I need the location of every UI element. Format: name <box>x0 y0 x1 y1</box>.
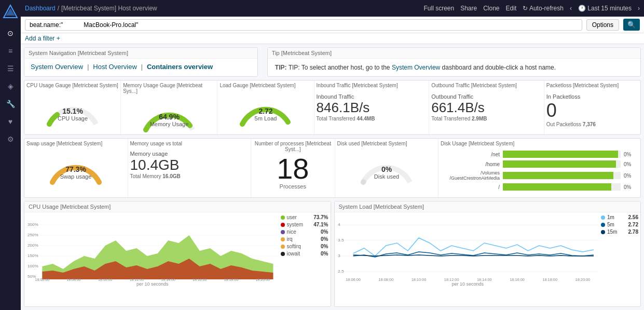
disk-usage-cell: Disk Usage [Metricbeat System] /net 0% /… <box>439 139 640 197</box>
packetloss-out: Out Packetloss 7,376 <box>546 122 638 127</box>
memory-gauge: Memory Usage 64.9% <box>123 96 215 132</box>
packetloss-in-label: In Packetloss <box>546 93 638 100</box>
processes-value: 18 <box>253 154 332 183</box>
disk-usage-title: Disk Usage [Metricbeat System] <box>441 141 638 146</box>
memory-usage-label: Memory usage <box>130 151 249 157</box>
memory-usage-value: 10.4GB <box>130 157 249 173</box>
sidebar: ⊙ ≡ ☰ ◈ 🔧 ♥ ⚙ <box>0 0 21 310</box>
system-load-chart-panel: System Load [Metricbeat System] <box>334 201 641 307</box>
svg-text:3: 3 <box>338 253 340 258</box>
memory-gauge-cell: Memory Usage Gauge [Metricbeat Sys...] M… <box>121 80 217 134</box>
main-content: Dashboard / [Metricbeat System] Host ove… <box>21 0 644 310</box>
prev-time-button[interactable]: ‹ <box>570 5 572 12</box>
system-load-xlabel: per 10 seconds <box>337 281 599 287</box>
svg-text:4: 4 <box>338 222 340 227</box>
svg-text:300%: 300% <box>28 222 38 227</box>
cpu-chart-title: CPU Usage [Metricbeat System] <box>24 201 331 212</box>
nav-host-overview[interactable]: Host Overview <box>93 63 137 71</box>
breadcrumb-separator: / <box>58 5 59 12</box>
load-legend-15m: 15m 2.78 <box>601 229 638 235</box>
disk-bar-home: /home 0% <box>443 160 636 168</box>
packetloss-title: Packetloss [Metricbeat System] <box>546 83 638 88</box>
disk-used-title: Disk used [Metricbeat System] <box>337 141 436 146</box>
nav-containers-overview[interactable]: Containers overview <box>147 63 213 71</box>
cpu-gauge-title: CPU Usage Gauge [Metricbeat System] <box>26 83 118 88</box>
timerange-display[interactable]: 🕐 Last 15 minutes <box>578 5 632 12</box>
inbound-label: Inbound Traffic <box>317 93 427 100</box>
swap-gauge-cell: Swap usage [Metricbeat System] Swap usag… <box>24 139 128 197</box>
tip-system-overview-link[interactable]: System Overview <box>392 64 440 71</box>
add-filter-button[interactable]: Add a filter + <box>25 35 60 42</box>
breadcrumb-dashboard[interactable]: Dashboard <box>25 5 56 12</box>
legend-irq: irq 0% <box>281 236 328 242</box>
search-options-button[interactable]: Options <box>586 19 619 31</box>
load-legend-1m: 1m 2.56 <box>601 214 638 220</box>
sidebar-icon-tools[interactable]: 🔧 <box>3 97 18 111</box>
outbound-sub: Total Transferred 2.9MB <box>431 116 542 122</box>
disk-used-gauge: Disk used 0% <box>337 149 436 185</box>
load-gauge: 5m Load 2.72 <box>220 90 311 127</box>
sidebar-icon-monitoring[interactable]: ♥ <box>3 114 18 129</box>
svg-text:18:08:00: 18:08:00 <box>378 278 393 282</box>
tip-panel-title: Tip [Metricbeat System] <box>268 48 640 59</box>
inbound-traffic-cell: Inbound Traffic [Metricbeat System] Inbo… <box>314 80 430 134</box>
svg-text:18:20:00: 18:20:00 <box>255 278 270 281</box>
sidebar-icon-ml[interactable]: ◈ <box>3 79 18 93</box>
outbound-traffic-cell: Outbound Traffic [Metricbeat System] Out… <box>429 80 544 134</box>
cpu-chart-legend: user 73.7% system 47.1% <box>279 212 331 288</box>
fullscreen-button[interactable]: Full screen <box>423 5 454 12</box>
disk-used-cell: Disk used [Metricbeat System] Disk used … <box>335 139 439 197</box>
svg-text:2.5: 2.5 <box>338 269 344 274</box>
legend-system: system 47.1% <box>281 222 328 227</box>
sidebar-icon-list[interactable]: ☰ <box>3 61 18 76</box>
svg-text:CPU Usage: CPU Usage <box>58 115 88 122</box>
svg-text:18:16:00: 18:16:00 <box>510 278 525 282</box>
svg-text:18:20:00: 18:20:00 <box>575 278 590 282</box>
memory-gauge-title: Memory Usage Gauge [Metricbeat Sys...] <box>123 83 215 94</box>
disk-bar-net: /net 0% <box>443 151 636 158</box>
svg-text:18:12:00: 18:12:00 <box>130 278 144 281</box>
topbar: Dashboard / [Metricbeat System] Host ove… <box>21 0 644 17</box>
search-submit-button[interactable]: 🔍 <box>623 19 640 31</box>
svg-text:150%: 150% <box>28 253 38 258</box>
next-time-button[interactable]: › <box>638 5 640 12</box>
load-gauge-title: Load Gauge [Metricbeat System] <box>220 83 311 88</box>
inbound-value: 846.1B/s <box>317 100 427 116</box>
edit-button[interactable]: Edit <box>506 5 517 12</box>
outbound-traffic-title: Outbound Traffic [Metricbeat System] <box>431 83 542 88</box>
svg-text:18:18:00: 18:18:00 <box>224 278 239 281</box>
system-load-legend: 1m 2.56 5m 2.72 15m <box>599 212 640 288</box>
cpu-gauge: CPU Usage 15.1% <box>26 90 118 127</box>
memory-usage-sub: Total Memory 16.0GB <box>130 173 249 179</box>
svg-text:18:06:00: 18:06:00 <box>346 278 361 282</box>
legend-iowait: iowait 0% <box>281 251 328 257</box>
search-input[interactable] <box>25 19 582 31</box>
breadcrumb: Dashboard / [Metricbeat System] Host ove… <box>25 5 423 12</box>
cpu-chart-xlabel: per 10 seconds <box>26 281 279 287</box>
memory-usage-cell: Memory usage vs total Memory usage 10.4G… <box>128 139 252 197</box>
nav-system-overview[interactable]: System Overview <box>31 63 83 71</box>
svg-text:Swap usage: Swap usage <box>60 173 92 180</box>
sidebar-icon-charts[interactable]: ≡ <box>3 44 18 58</box>
disk-bar-volumes: /Volumes/GuestCrestronAirMedia 0% <box>443 170 636 181</box>
topbar-actions: Full screen Share Clone Edit ↻ Auto-refr… <box>423 5 640 12</box>
load-legend-5m: 5m 2.72 <box>601 222 638 227</box>
outbound-value: 661.4B/s <box>431 100 542 116</box>
svg-text:18:08:00: 18:08:00 <box>66 278 81 281</box>
share-button[interactable]: Share <box>460 5 477 12</box>
sidebar-icon-settings[interactable]: ⚙ <box>3 132 18 146</box>
inbound-sub: Total Transferred 44.4MB <box>317 116 427 122</box>
svg-text:18:10:00: 18:10:00 <box>411 278 426 282</box>
legend-nice: nice 0% <box>281 229 328 235</box>
svg-text:18:18:00: 18:18:00 <box>542 278 557 282</box>
svg-text:64.9%: 64.9% <box>159 113 180 121</box>
clone-button[interactable]: Clone <box>483 5 499 12</box>
packetloss-in-value: 0 <box>546 100 638 122</box>
searchbar: Options 🔍 <box>21 17 644 33</box>
left-column: System Navigation [Metricbeat System] Sy… <box>24 47 641 307</box>
autorefresh-button[interactable]: ↻ Auto-refresh <box>523 5 564 12</box>
processes-title: Number of processes [Metricbeat Syst...] <box>253 141 332 152</box>
sidebar-icon-dashboard[interactable]: ⊙ <box>3 26 18 41</box>
nav-panel: System Navigation [Metricbeat System] Sy… <box>24 47 258 77</box>
disk-bar-root: / 0% <box>443 183 636 191</box>
